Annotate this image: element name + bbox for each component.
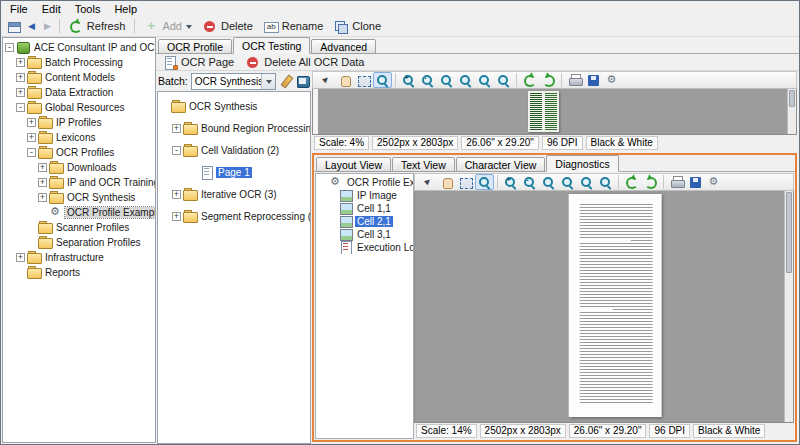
edit-batch-icon[interactable] bbox=[279, 75, 293, 88]
zoom-fit-button[interactable] bbox=[539, 174, 558, 190]
vertical-scrollbar[interactable] bbox=[784, 191, 793, 422]
rename-button[interactable]: Rename bbox=[259, 19, 329, 34]
zoom-height-button[interactable] bbox=[577, 174, 596, 190]
dropdown-button[interactable] bbox=[261, 74, 275, 89]
nav-item-data-extraction[interactable]: Data Extraction bbox=[3, 85, 155, 100]
expand-icon[interactable] bbox=[172, 124, 181, 133]
back-button[interactable]: ◀ bbox=[24, 20, 39, 32]
tab-character-view[interactable]: Character View bbox=[456, 157, 546, 172]
delete-all-ocr-data-button[interactable]: Delete All OCR Data bbox=[241, 55, 369, 70]
print-button[interactable] bbox=[565, 72, 584, 88]
nav-item-scanner-profiles[interactable]: Scanner Profiles bbox=[3, 220, 155, 235]
zoom-actual-button[interactable] bbox=[596, 174, 615, 190]
batch-dropdown[interactable]: OCR Synthesis bbox=[191, 73, 276, 90]
menu-tools[interactable]: Tools bbox=[68, 3, 108, 15]
page-thumbnail[interactable] bbox=[528, 91, 559, 132]
zoom-fit-button[interactable] bbox=[437, 72, 456, 88]
zoom-region-tool-button[interactable] bbox=[456, 174, 475, 190]
collapse-icon[interactable] bbox=[16, 103, 25, 112]
save-button[interactable] bbox=[686, 174, 705, 190]
vertical-scrollbar[interactable] bbox=[787, 89, 796, 134]
diag-item-cell-1-1[interactable]: Cell 1,1 bbox=[316, 202, 413, 215]
clone-button[interactable]: Clone bbox=[329, 19, 386, 34]
ocr-page-button[interactable]: OCR Page bbox=[158, 55, 239, 70]
tab-text-view[interactable]: Text View bbox=[392, 157, 455, 172]
nav-item-lexicons[interactable]: Lexicons bbox=[3, 130, 155, 145]
nav-item-ocr-synthesis[interactable]: OCR Synthesis bbox=[3, 190, 155, 205]
menu-help[interactable]: Help bbox=[107, 3, 144, 15]
zoom-region-tool-button[interactable] bbox=[354, 72, 373, 88]
batch-item-bound-region-processing[interactable]: Bound Region Processing (1) bbox=[158, 117, 310, 139]
select-tool-button[interactable] bbox=[418, 174, 437, 190]
expand-icon[interactable] bbox=[38, 163, 47, 172]
nav-item-ip-and-ocr-training[interactable]: IP and OCR Training bbox=[3, 175, 155, 190]
nav-item-ace-consultant-ip-and-ocr[interactable]: ACE Consultant IP and OCR bbox=[3, 40, 155, 55]
magnifier-tool-button[interactable] bbox=[373, 72, 392, 88]
nav-item-downloads[interactable]: Downloads bbox=[3, 160, 155, 175]
nav-item-content-models[interactable]: Content Models bbox=[3, 70, 155, 85]
menu-edit[interactable]: Edit bbox=[35, 3, 68, 15]
pan-tool-button[interactable] bbox=[437, 174, 456, 190]
diag-item-execution-log[interactable]: Execution Log bbox=[316, 241, 413, 254]
zoom-out-button[interactable]: - bbox=[520, 174, 539, 190]
add-button[interactable]: Add bbox=[139, 19, 197, 34]
nav-item-infrastructure[interactable]: Infrastructure bbox=[3, 250, 155, 265]
refresh-button[interactable]: Refresh bbox=[64, 19, 131, 34]
menu-file[interactable]: File bbox=[3, 3, 35, 15]
batch-item-page-1[interactable]: Page 1 bbox=[158, 161, 310, 183]
refresh-view-button[interactable] bbox=[520, 72, 539, 88]
diagnostics-image-viewport[interactable] bbox=[414, 191, 794, 423]
expand-icon[interactable] bbox=[16, 253, 25, 262]
page-image-viewport[interactable] bbox=[312, 89, 797, 135]
nav-item-reports[interactable]: Reports bbox=[3, 265, 155, 280]
document-page[interactable] bbox=[569, 194, 662, 417]
tab-layout-view[interactable]: Layout View bbox=[316, 157, 391, 172]
expand-icon[interactable] bbox=[16, 73, 25, 82]
batch-item-segment-reprocessing[interactable]: Segment Reprocessing (4) bbox=[158, 205, 310, 227]
expand-icon[interactable] bbox=[172, 212, 181, 221]
magnifier-tool-button[interactable] bbox=[475, 174, 494, 190]
expand-icon[interactable] bbox=[27, 133, 36, 142]
batch-item-iterative-ocr[interactable]: Iterative OCR (3) bbox=[158, 183, 310, 205]
save-button[interactable] bbox=[584, 72, 603, 88]
nav-item-ocr-profiles[interactable]: OCR Profiles bbox=[3, 145, 155, 160]
zoom-out-button[interactable]: - bbox=[418, 72, 437, 88]
batch-item-cell-validation[interactable]: Cell Validation (2) bbox=[158, 139, 310, 161]
nav-item-batch-processing[interactable]: Batch Processing bbox=[3, 55, 155, 70]
reprocess-button[interactable] bbox=[641, 174, 660, 190]
nav-item-separation-profiles[interactable]: Separation Profiles bbox=[3, 235, 155, 250]
collapse-icon[interactable] bbox=[172, 146, 181, 155]
pan-tool-button[interactable] bbox=[335, 72, 354, 88]
select-tool-button[interactable] bbox=[316, 72, 335, 88]
zoom-in-button[interactable]: + bbox=[501, 174, 520, 190]
tab-advanced[interactable]: Advanced bbox=[311, 39, 376, 54]
tab-ocr-testing[interactable]: OCR Testing bbox=[233, 37, 310, 54]
refresh-view-button[interactable] bbox=[622, 174, 641, 190]
show-window-button[interactable] bbox=[4, 18, 23, 34]
settings-button[interactable] bbox=[603, 72, 622, 88]
delete-button[interactable]: Delete bbox=[198, 19, 258, 34]
expand-icon[interactable] bbox=[172, 190, 181, 199]
open-batch-icon[interactable] bbox=[296, 75, 310, 88]
expand-icon[interactable] bbox=[16, 88, 25, 97]
diag-item-ip-image[interactable]: IP Image bbox=[316, 189, 413, 202]
collapse-icon[interactable] bbox=[5, 43, 14, 52]
expand-icon[interactable] bbox=[38, 178, 47, 187]
expand-icon[interactable] bbox=[16, 58, 25, 67]
zoom-actual-button[interactable] bbox=[494, 72, 513, 88]
zoom-width-button[interactable] bbox=[558, 174, 577, 190]
expand-icon[interactable] bbox=[38, 193, 47, 202]
batch-item-ocr-synthesis[interactable]: OCR Synthesis bbox=[158, 95, 310, 117]
nav-item-ocr-profile-example[interactable]: OCR Profile Example bbox=[3, 205, 155, 220]
zoom-width-button[interactable] bbox=[456, 72, 475, 88]
tab-diagnostics[interactable]: Diagnostics bbox=[546, 155, 618, 172]
print-button[interactable] bbox=[667, 174, 686, 190]
nav-item-global-resources[interactable]: Global Resources bbox=[3, 100, 155, 115]
reprocess-button[interactable] bbox=[539, 72, 558, 88]
forward-button[interactable]: ▶ bbox=[40, 20, 55, 32]
expand-icon[interactable] bbox=[27, 118, 36, 127]
nav-item-ip-profiles[interactable]: IP Profiles bbox=[3, 115, 155, 130]
zoom-in-button[interactable]: + bbox=[399, 72, 418, 88]
zoom-height-button[interactable] bbox=[475, 72, 494, 88]
collapse-icon[interactable] bbox=[27, 148, 36, 157]
